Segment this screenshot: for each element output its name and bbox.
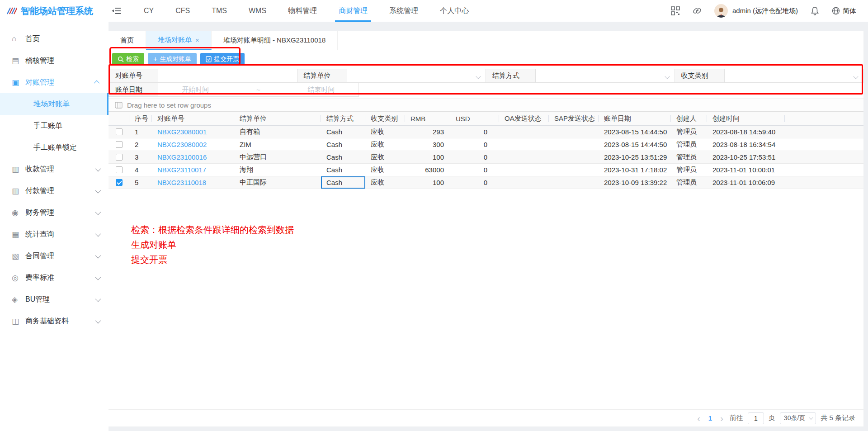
date-end-placeholder: 结束时间 [308,85,335,94]
table-row[interactable]: 4 NBXG23110017 海翔 Cash 应收 63000 0 2023-1… [108,164,863,176]
sidebar-item[interactable]: ◉ 财务管理 [0,202,108,223]
bill-no-link[interactable]: NBXG23110017 [157,166,206,174]
table-row[interactable]: 3 NBXG23100016 中远营口 Cash 应收 100 0 2023-1… [108,151,863,164]
sidebar-item-label: 对账管理 [25,78,95,87]
share-link-button[interactable] [693,6,702,15]
column-header[interactable]: 结算方式 [321,112,365,125]
cell-settle-unit: 中远营口 [234,151,321,163]
top-nav-item[interactable]: WMS [238,0,277,22]
sidebar-item-label: 收款管理 [25,165,95,174]
bill-no-input[interactable] [158,69,297,83]
filter-label-settlement-method: 结算方式 [486,69,536,83]
bill-no-link[interactable]: NBXG23080002 [157,141,207,148]
column-header[interactable]: 账单日期 [599,112,671,125]
table-row[interactable]: 5 NBXG23110018 中正国际 Cash 应收 100 0 2023-1… [108,176,863,189]
tab[interactable]: 堆场对账单明细 - NBXG23110018 [212,31,338,50]
cell-seq: 1 [129,126,152,138]
annotation-text: 检索：根据检索条件跟详细的检索到数据生成对账单提交开票 [131,223,294,267]
top-nav-item[interactable]: 个人中心 [429,0,480,22]
column-header[interactable]: 结算单位 [234,112,321,125]
income-expense-select[interactable] [725,69,864,83]
top-nav-item[interactable]: 商财管理 [328,0,378,22]
sidebar-item[interactable]: ◫ 商务基础资料 [0,310,108,332]
sidebar-subitem[interactable]: 堆场对账单 [0,93,108,115]
cell-sap-status [549,176,599,189]
qrcode-button[interactable] [671,6,680,15]
chevron-down-icon [665,74,670,79]
sidebar-item[interactable]: ▦ 统计查询 [0,223,108,245]
chevron-down-icon [809,415,813,420]
sidebar-submenu: 堆场对账单 手工账单 手工账单锁定 [0,93,108,158]
column-header[interactable]: SAP发送状态 [549,112,599,125]
row-group-dropzone[interactable]: Drag here to set row groups [108,99,863,112]
cell-bill-date: 2023-10-25 13:51:29 [599,151,671,163]
tab-close-icon[interactable]: × [195,36,199,44]
page-number-current[interactable]: 1 [707,414,714,422]
settlement-method-select[interactable] [536,69,675,83]
cell-rmb: 100 [405,151,450,163]
receipt-icon: ▥ [12,165,25,174]
goto-page-input[interactable] [748,412,764,424]
page-unit-label: 页 [769,414,775,422]
user-name: admin (远洋仓配堆场) [732,7,798,15]
column-header[interactable]: 创建时间 [707,112,785,125]
filter-label-bill-date: 账单日期 [108,83,158,97]
notifications-button[interactable] [811,6,819,15]
settlement-unit-select[interactable] [347,69,486,83]
tab-bar: 首页 堆场对账单 × 堆场对账单明细 - NBXG23110018 [108,31,863,50]
bill-date-range-picker[interactable]: 开始时间 ~ 结束时间 [158,83,359,97]
column-header[interactable]: OA发送状态 [499,112,549,125]
row-checkbox[interactable] [116,141,123,148]
top-nav-item[interactable]: 系统管理 [378,0,429,22]
bill-no-link[interactable]: NBXG23110018 [157,179,206,186]
pagination-bar: ‹ 1 › 前往 页 30条/页 共 5 条记录 [108,409,863,426]
sidebar-subitem[interactable]: 手工账单锁定 [0,137,108,158]
column-header[interactable]: 对账单号 [152,112,234,125]
column-header[interactable]: 序号 [129,112,152,125]
sidebar-item[interactable]: ⌂ 首页 [0,28,108,50]
sidebar-item[interactable]: ◎ 费率标准 [0,267,108,289]
sidebar-item[interactable]: ▣ 对账管理 [0,71,108,93]
column-header[interactable]: 创建人 [671,112,707,125]
column-header[interactable]: USD [450,112,499,125]
sidebar-collapse-button[interactable] [111,6,121,15]
goto-label: 前往 [730,414,743,422]
sidebar-item[interactable]: ▧ 合同管理 [0,245,108,267]
bill-no-link[interactable]: NBXG23100016 [157,153,207,161]
top-nav-item[interactable]: 物料管理 [277,0,328,22]
row-checkbox[interactable] [116,154,123,161]
sidebar-item[interactable]: ◈ BU管理 [0,289,108,310]
next-page-button[interactable]: › [718,414,725,423]
search-button[interactable]: 检索 [112,53,144,65]
user-menu[interactable]: admin (远洋仓配堆场) [714,4,798,18]
column-header[interactable]: RMB [405,112,450,125]
audit-icon: ▤ [12,56,25,66]
tab[interactable]: 堆场对账单 × [146,31,212,50]
sidebar-subitem[interactable]: 手工账单 [0,115,108,137]
top-nav-item[interactable]: CY [133,0,165,22]
sidebar-item[interactable]: ▥ 收款管理 [0,158,108,180]
tab[interactable]: 首页 [108,31,146,50]
prev-page-button[interactable]: ‹ [695,414,702,423]
chevron-icon [95,231,101,237]
page-size-select[interactable]: 30条/页 [780,412,816,424]
top-nav-item[interactable]: CFS [165,0,201,22]
sidebar-item[interactable]: ▥ 付款管理 [0,180,108,202]
chevron-icon [95,296,101,302]
table-row[interactable]: 1 NBXG23080001 自有箱 Cash 应收 293 0 2023-08… [108,126,863,138]
bill-no-link[interactable]: NBXG23080001 [157,128,207,136]
row-checkbox[interactable] [116,179,123,186]
language-switcher[interactable]: 简体 [832,7,856,15]
globe-icon [832,7,840,15]
top-nav-item[interactable]: TMS [201,0,238,22]
submit-invoice-button[interactable]: 提交开票 [200,53,245,65]
cell-oa-status [499,164,549,176]
sidebar-subitem-label: 堆场对账单 [33,99,70,109]
row-checkbox[interactable] [116,128,123,135]
column-header[interactable]: 收支类别 [365,112,405,125]
cell-income-type: 应收 [365,151,405,163]
sidebar-item[interactable]: ▤ 稽核管理 [0,50,108,71]
table-row[interactable]: 2 NBXG23080002 ZIM Cash 应收 300 0 2023-08… [108,138,863,151]
row-checkbox[interactable] [116,166,123,173]
generate-statement-button[interactable]: + 生成对账单 [148,53,197,65]
